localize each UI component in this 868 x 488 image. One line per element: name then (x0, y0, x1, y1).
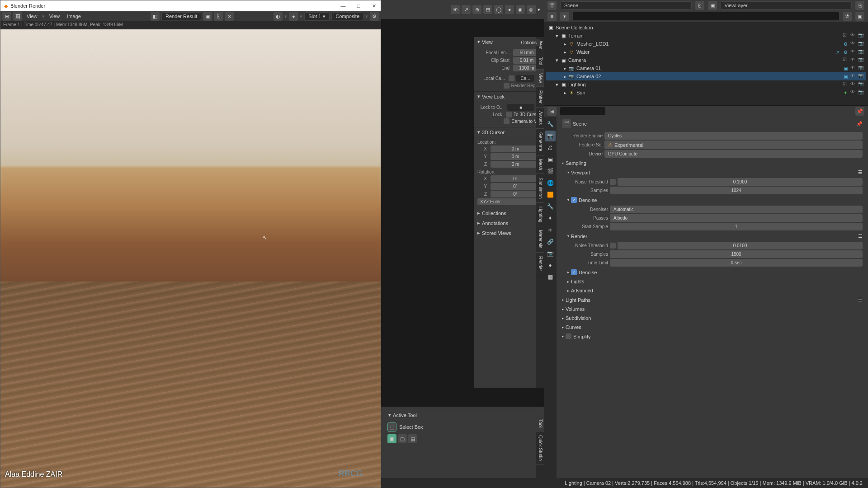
scene-data-icon[interactable]: 🎬 (562, 119, 571, 128)
x-icon[interactable]: ✕ (225, 12, 234, 21)
expand-icon[interactable]: ▾ (556, 82, 558, 88)
lighting-row[interactable]: ▾ ▣ Lighting ☑👁📷 (546, 80, 866, 89)
check-toggle[interactable]: ☑ (843, 33, 849, 39)
tab-render[interactable]: Render (536, 253, 544, 275)
sel-mode-3[interactable]: ▤ (408, 434, 417, 443)
result-icon[interactable]: ◧ (151, 12, 160, 21)
render-toggle[interactable]: 📷 (858, 49, 864, 55)
tab-data-props[interactable]: 📷 (545, 248, 556, 259)
noise-r-value[interactable]: 0.0100 (618, 242, 863, 249)
vp-render-icon[interactable]: ◎ (527, 5, 536, 14)
maximize-button[interactable]: □ (355, 3, 362, 9)
eye-toggle[interactable]: 👁 (850, 73, 857, 80)
composite-dropdown[interactable]: Composite (331, 12, 363, 20)
viewlayer-icon[interactable]: ▣ (708, 1, 717, 10)
scene-icon[interactable]: 🎬 (547, 1, 557, 10)
feature-set-dropdown[interactable]: ⚠ Experimental (604, 141, 863, 149)
vp-material-icon[interactable]: ◉ (516, 5, 525, 14)
noise-r-check[interactable] (610, 243, 616, 249)
time-limit-value[interactable]: 0 sec (610, 259, 863, 267)
mesher-row[interactable]: ▸ ▽ Mesher_LOD1 ⚙ 👁📷 (546, 40, 866, 48)
viewlayer-dropdown[interactable]: ViewLayer (721, 1, 852, 9)
check-toggle[interactable]: ☑ (843, 57, 849, 63)
local-cam-value[interactable]: Ca... (516, 75, 534, 82)
tab-object-props[interactable]: 🟧 (545, 189, 556, 200)
water-row[interactable]: ▸ ▽ Water ↗ ⚙ 👁📷 (546, 48, 866, 56)
vp-eye-icon[interactable]: 👁 (451, 5, 460, 14)
props-type-icon[interactable]: ⊞ (547, 107, 557, 116)
tab-tool-props[interactable]: 🔧 (545, 119, 556, 130)
image-icon[interactable]: 🖼 (13, 12, 22, 21)
passes-dropdown[interactable]: Albedo (610, 214, 863, 222)
lights-header[interactable]: ▸Lights (564, 277, 866, 286)
sel-mode-1[interactable]: ▣ (387, 434, 396, 443)
view-menu[interactable]: View (24, 13, 40, 20)
denoiser-dropdown[interactable]: Automatic (610, 206, 863, 213)
expand-icon[interactable]: ▸ (564, 90, 566, 96)
tool-tab[interactable]: Tool (536, 416, 544, 432)
new-layer-icon[interactable]: ⎘ (855, 1, 864, 10)
device-dropdown[interactable]: GPU Compute (604, 150, 863, 158)
eye-toggle[interactable]: 👁 (850, 89, 857, 96)
viewport-header[interactable]: ▾Viewport☰ (564, 168, 866, 177)
expand-icon[interactable]: ▾ (556, 57, 558, 63)
tab-mesh[interactable]: Mesh (536, 155, 544, 174)
sampling-header[interactable]: ▾Sampling (558, 159, 866, 168)
rot-x-value[interactable]: 0° (491, 175, 540, 182)
stored-views-header[interactable]: ▸ Stored Views (474, 228, 544, 238)
quick-tab[interactable]: Quick Studio (536, 432, 544, 465)
loc-z-value[interactable]: 0 m (491, 161, 540, 168)
render-section-header[interactable]: ▾Render☰ (564, 231, 866, 241)
light-paths-header[interactable]: ▸Light Paths☰ (558, 295, 866, 305)
terrain-row[interactable]: ▾ ▣ Terrain ☑👁📷 (546, 32, 866, 40)
denoise-vp-header[interactable]: ▾✓Denoise (564, 195, 866, 205)
tab-lighting[interactable]: Lighting (536, 203, 544, 226)
vp-solid-icon[interactable]: ● (505, 5, 514, 14)
pin-data-icon[interactable]: 📌 (856, 121, 863, 127)
expand-icon[interactable]: ▸ (564, 41, 566, 47)
lock-cursor-check[interactable] (506, 112, 512, 117)
select-box-icon[interactable]: ⬚ (387, 422, 396, 432)
advanced-header[interactable]: ▸Advanced (564, 286, 866, 295)
render-viewport[interactable]: ↖ Alaa Eddine ZAIR RRCG (0, 29, 381, 488)
eye-toggle[interactable]: 👁 (850, 57, 857, 63)
denoise-vp-check[interactable]: ✓ (571, 197, 577, 203)
data-icon[interactable]: ✦ (842, 89, 849, 96)
euler-dropdown[interactable]: XYZ Euler (477, 198, 540, 205)
local-cam-check[interactable] (509, 75, 514, 81)
tab-constraint-props[interactable]: 🔗 (545, 236, 556, 247)
tab-viewlayer-props[interactable]: ▣ (545, 154, 556, 165)
tab-simulation[interactable]: Simulation (536, 174, 544, 203)
new-scene-icon[interactable]: ⎘ (695, 1, 704, 10)
modifier-icon[interactable]: ⚙ (842, 41, 849, 47)
view-lock-header[interactable]: ▾ View Lock (474, 92, 544, 101)
tab-material-props[interactable]: ● (545, 260, 556, 271)
curves-header[interactable]: ▸Curves (558, 323, 866, 332)
camera01-row[interactable]: ▸ 📷 Camera 01 ▣ 👁📷 (546, 64, 866, 72)
render-toggle[interactable]: 📷 (858, 41, 864, 47)
props-search[interactable] (560, 107, 605, 115)
cam-to-view-check[interactable] (504, 118, 509, 124)
outliner-display-icon[interactable]: ▾ (560, 12, 569, 21)
scene-dropdown[interactable]: Scene (560, 1, 692, 9)
vp-wire-icon[interactable]: ◯ (494, 5, 503, 14)
loc-y-value[interactable]: 0 m (491, 153, 540, 160)
outliner-type-icon[interactable]: ≡ (547, 12, 557, 21)
denoise-r-header[interactable]: ▸✓Denoise (564, 267, 866, 277)
sel-mode-2[interactable]: ▢ (398, 434, 407, 443)
expand-icon[interactable]: ▸ (564, 66, 566, 71)
layers-icon[interactable]: ▣ (203, 12, 212, 21)
eye-toggle[interactable]: 👁 (850, 65, 857, 71)
volumes-header[interactable]: ▸Volumes (558, 305, 866, 314)
render-toggle[interactable]: 📷 (858, 81, 864, 88)
check-toggle[interactable]: ☑ (843, 81, 849, 88)
collections-header[interactable]: ▸ Collections (474, 208, 544, 218)
tab-scene-props[interactable]: 🎬 (545, 166, 556, 177)
minimize-button[interactable]: — (340, 3, 346, 9)
tab-assets[interactable]: Assets (536, 108, 544, 129)
noise-vp-value[interactable]: 0.1000 (618, 178, 863, 186)
render-region-check[interactable] (504, 83, 509, 89)
editor-type-icon[interactable]: ⊞ (2, 12, 11, 21)
render-toggle[interactable]: 📷 (858, 57, 864, 63)
eye-toggle[interactable]: 👁 (850, 33, 857, 39)
